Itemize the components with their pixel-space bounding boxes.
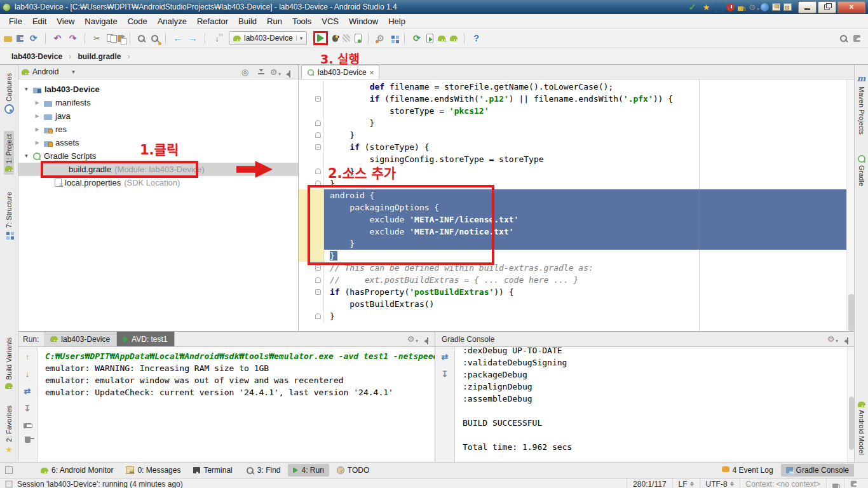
fold-marker-icon[interactable] [315, 277, 321, 283]
menu-build[interactable]: Build [233, 15, 262, 27]
stripe-button-android-model[interactable]: Android Model [857, 398, 867, 458]
encoding-widget[interactable]: UTF-8 [700, 478, 740, 488]
save-icon[interactable] [17, 35, 24, 42]
menu-refactor[interactable]: Refactor [192, 15, 233, 27]
cut-icon[interactable] [92, 33, 102, 44]
rerun-icon[interactable] [440, 351, 451, 362]
collapse-all-icon[interactable] [256, 68, 262, 76]
sync-icon[interactable] [28, 33, 39, 44]
tool-window-button-gradle-console[interactable]: Gradle Console [781, 464, 854, 477]
lock-widget[interactable] [826, 478, 844, 488]
user-icon[interactable] [853, 35, 860, 42]
tree-collapsed-arrow-icon[interactable]: ▶ [34, 100, 41, 105]
hide-icon[interactable] [285, 69, 292, 76]
editor-tab-lab403-device[interactable]: lab403-Device × [301, 65, 379, 79]
find-icon[interactable] [137, 34, 146, 43]
gear-icon[interactable] [825, 334, 836, 344]
fold-marker-icon[interactable] [315, 168, 321, 174]
inspection-profile-widget[interactable] [844, 478, 863, 488]
paste-icon[interactable] [118, 35, 123, 42]
stripe-button-build-variants[interactable]: Build Variants [4, 334, 14, 391]
gear-icon[interactable] [747, 2, 757, 13]
trash-icon[interactable] [25, 437, 31, 443]
coverage-icon[interactable] [342, 34, 350, 42]
menu-tools[interactable]: Tools [287, 15, 316, 27]
stripe-button-7-structure[interactable]: 7: Structure [4, 189, 14, 241]
undo-icon[interactable] [52, 33, 63, 44]
tool-window-button-0-messages[interactable]: 0: Messages [121, 464, 186, 477]
hide-icon[interactable] [423, 336, 430, 342]
gear-icon[interactable] [405, 334, 416, 344]
sphere-icon[interactable] [761, 3, 769, 11]
run-configuration-combo[interactable]: lab403-Device▾ [229, 31, 307, 45]
tree-expanded-arrow-icon[interactable]: ▼ [23, 86, 30, 92]
fold-marker-icon[interactable]: − [315, 96, 321, 102]
fold-marker-icon[interactable] [315, 120, 321, 126]
avd-manager-icon[interactable] [426, 34, 433, 43]
tool-window-quick-access-icon[interactable] [5, 466, 13, 474]
locate-icon[interactable] [240, 67, 250, 78]
tool-window-button-4-run[interactable]: 4: Run [288, 464, 329, 477]
forward-icon[interactable] [187, 33, 198, 44]
gear-icon[interactable] [268, 67, 279, 78]
tree-item-manifests[interactable]: ▶manifests [18, 96, 298, 109]
run-icon[interactable] [317, 34, 324, 43]
minimize-button[interactable] [798, 1, 817, 13]
stripe-button-1-project[interactable]: 1: Project [4, 131, 14, 175]
editor-body[interactable]: def filename = storeFile.getName().toLow… [299, 79, 855, 331]
menu-edit[interactable]: Edit [27, 15, 51, 27]
close-icon[interactable]: × [370, 69, 374, 76]
tool-window-button-todo[interactable]: TODO [332, 464, 374, 477]
fold-marker-icon[interactable]: − [315, 265, 321, 271]
check-icon[interactable] [687, 2, 698, 13]
menu-code[interactable]: Code [123, 15, 153, 27]
gradle-console-output[interactable]: :dexDebug UP-TO-DATE:validateDebugSignin… [455, 347, 855, 462]
stripe-button-maven-projects[interactable]: Maven Projects [855, 70, 868, 138]
scrollbar-thumb[interactable] [849, 396, 854, 450]
close-button[interactable]: × [837, 1, 865, 13]
tool-window-button-terminal[interactable]: Terminal [188, 464, 237, 477]
recent-changes-icon[interactable] [212, 33, 222, 44]
down-arrow-icon[interactable] [22, 369, 33, 379]
redo-icon[interactable] [67, 33, 78, 44]
tree-item-local-properties[interactable]: local.properties(SDK Location) [18, 176, 298, 189]
rerun-icon[interactable] [22, 386, 33, 396]
layout-right-icon[interactable] [783, 3, 792, 11]
stripe-button-captures[interactable]: Captures [3, 70, 15, 117]
copy-icon[interactable] [107, 34, 113, 42]
import-icon[interactable] [22, 403, 33, 414]
menu-file[interactable]: File [4, 15, 27, 27]
back-icon[interactable] [172, 33, 183, 44]
debug-icon[interactable] [332, 35, 338, 42]
run-console[interactable]: C:₩Users₩DPIT₩AppData₩Local₩Android₩sdk₩… [37, 347, 435, 462]
tool-window-button-3-find[interactable]: 3: Find [240, 464, 286, 477]
fold-marker-icon[interactable] [315, 180, 321, 186]
caret-position-widget[interactable]: 280:1/117 [627, 478, 672, 488]
menu-navigate[interactable]: Navigate [79, 15, 122, 27]
context-widget[interactable]: Context: <no context> [740, 478, 826, 488]
fold-marker-icon[interactable]: − [315, 289, 321, 295]
menu-analyze[interactable]: Analyze [153, 15, 192, 27]
restore-button[interactable] [818, 1, 836, 13]
project-view-selector[interactable]: Android ▼ [22, 67, 76, 76]
import-icon[interactable] [440, 369, 451, 379]
menu-help[interactable]: Help [383, 15, 410, 27]
power-icon[interactable] [726, 3, 735, 11]
tree-collapsed-arrow-icon[interactable]: ▶ [34, 140, 41, 146]
tool-window-button-6-android-monitor[interactable]: 6: Android Monitor [36, 464, 118, 477]
tree-item-lab403-device[interactable]: ▼lab403-Device [18, 83, 298, 96]
gradle-sync-icon[interactable] [411, 33, 422, 44]
tree-item-res[interactable]: ▶res [18, 123, 298, 136]
fold-marker-icon[interactable] [315, 132, 321, 138]
breadcrumb-item-lab403-device[interactable]: lab403-Device [9, 52, 65, 61]
menu-window[interactable]: Window [344, 15, 383, 27]
tree-item-java[interactable]: ▶java [18, 109, 298, 123]
run-tab-avd-test1[interactable]: AVD: test1 [117, 332, 174, 346]
help-icon[interactable] [471, 33, 482, 44]
fold-marker-icon[interactable] [315, 313, 321, 319]
tree-expanded-arrow-icon[interactable]: ▼ [23, 153, 30, 159]
tool-window-button-4-event-log[interactable]: 4 Event Log [717, 464, 778, 477]
line-ending-widget[interactable]: LF [672, 478, 700, 488]
run-tab-lab403-device[interactable]: lab403-Device [44, 332, 117, 346]
star-icon[interactable] [701, 2, 712, 13]
